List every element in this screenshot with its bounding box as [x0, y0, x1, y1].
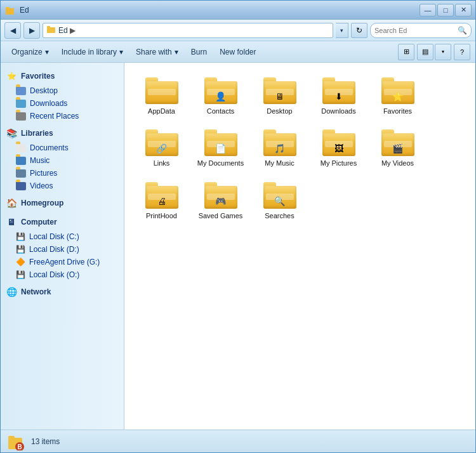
include-library-arrow: ▾	[119, 48, 123, 56]
folder-overlay-icon: 🔍	[274, 196, 285, 206]
file-item-my-pictures[interactable]: 🖼 My Pictures	[312, 125, 366, 172]
new-folder-button[interactable]: New folder	[214, 44, 261, 60]
sidebar-item-videos[interactable]: Videos	[1, 180, 124, 192]
folder-icon: 🎮	[204, 182, 237, 209]
sidebar-item-downloads[interactable]: Downloads	[1, 97, 124, 110]
sidebar-item-local-c[interactable]: 💾 Local Disk (C:)	[1, 230, 124, 243]
folder-icon: 🎵	[263, 129, 296, 156]
sidebar-local-d-label: Local Disk (D:)	[29, 245, 79, 254]
file-item-my-music[interactable]: 🎵 My Music	[253, 125, 307, 172]
sidebar-item-documents[interactable]: Documents	[1, 141, 124, 154]
svg-rect-4	[47, 26, 50, 29]
sidebar-libraries-header[interactable]: 📚 Libraries	[1, 125, 124, 141]
sidebar-local-c-label: Local Disk (C:)	[29, 232, 79, 241]
file-item-links[interactable]: 🔗 Links	[135, 125, 188, 172]
share-with-label: Share with	[136, 48, 172, 56]
folder-icon: 🖥	[263, 77, 296, 104]
sidebar-item-pictures[interactable]: Pictures	[1, 167, 124, 180]
sidebar-item-local-o[interactable]: 💾 Local Disk (O:)	[1, 268, 124, 281]
sidebar-music-label: Music	[30, 156, 50, 165]
search-input[interactable]	[374, 27, 455, 34]
share-with-arrow: ▾	[175, 48, 178, 56]
file-item-contacts[interactable]: 👤 Contacts	[194, 73, 248, 120]
folder-overlay-icon: ⭐	[392, 91, 403, 102]
close-button[interactable]: ✕	[455, 4, 472, 16]
address-bar: ◀ ▶ Ed ▶ ▾ ↻ 🔍	[1, 20, 475, 41]
sidebar-item-desktop[interactable]: Desktop	[1, 84, 124, 97]
file-area: AppData 👤 Contacts 🖥 Desktop ⬇ Downloads…	[124, 63, 475, 430]
file-item-saved-games[interactable]: 🎮 Saved Games	[194, 178, 248, 225]
file-item-downloads[interactable]: ⬇ Downloads	[312, 73, 366, 120]
sidebar-documents-label: Documents	[30, 143, 69, 152]
sidebar-downloads-label: Downloads	[30, 99, 67, 108]
file-item-my-videos[interactable]: 🎬 My Videos	[371, 125, 425, 172]
path-icon	[47, 25, 56, 35]
search-box[interactable]: 🔍	[370, 23, 472, 38]
videos-folder-icon	[16, 182, 26, 190]
svg-text:B: B	[17, 443, 22, 450]
sidebar-homegroup-header[interactable]: 🏠 Homegroup	[1, 195, 124, 211]
sidebar-item-recent-places[interactable]: Recent Places	[1, 110, 124, 122]
forward-button[interactable]: ▶	[23, 22, 40, 39]
organize-button[interactable]: Organize ▾	[6, 44, 55, 60]
sidebar-item-freeagent[interactable]: 🔶 FreeAgent Drive (G:)	[1, 256, 124, 268]
network-icon: 🌐	[6, 286, 17, 298]
file-item-favorites[interactable]: ⭐ Favorites	[371, 73, 425, 120]
folder-overlay-icon: 🖨	[157, 196, 166, 206]
folder-overlay-icon: 🎮	[215, 196, 226, 206]
favorites-label: Favorites	[21, 72, 55, 81]
share-with-button[interactable]: Share with ▾	[130, 44, 184, 60]
file-item-my-documents[interactable]: 📄 My Documents	[194, 125, 248, 172]
new-folder-label: New folder	[220, 48, 256, 56]
view-list-button[interactable]: ▤	[417, 44, 433, 60]
sidebar-network-header[interactable]: 🌐 Network	[1, 284, 124, 300]
file-label: My Videos	[381, 159, 414, 167]
sidebar-computer-header[interactable]: 🖥 Computer	[1, 214, 124, 230]
view-toggle-button[interactable]: ⊞	[398, 44, 414, 60]
file-item-printhood[interactable]: 🖨 PrintHood	[135, 178, 188, 225]
downloads-folder-icon	[16, 100, 26, 108]
view-arrow-button[interactable]: ▾	[435, 44, 451, 60]
folder-overlay-icon: 🖼	[334, 143, 343, 154]
folder-overlay-icon: 🎵	[274, 143, 285, 154]
title-controls: — □ ✕	[420, 4, 472, 16]
sidebar-desktop-label: Desktop	[30, 86, 58, 95]
file-item-appdata[interactable]: AppData	[135, 73, 188, 120]
svg-rect-6	[8, 436, 15, 440]
minimize-button[interactable]: —	[420, 4, 436, 16]
back-button[interactable]: ◀	[4, 22, 21, 39]
file-label: Links	[154, 159, 170, 167]
maximize-button[interactable]: □	[437, 4, 454, 16]
folder-overlay-icon: 🖥	[275, 91, 284, 102]
folder-icon: 🖨	[145, 182, 178, 209]
sidebar-favorites-header[interactable]: ⭐ Favorites	[1, 68, 124, 84]
address-path[interactable]: Ed ▶	[43, 23, 333, 38]
address-dropdown-button[interactable]: ▾	[336, 23, 348, 38]
music-folder-icon	[16, 157, 26, 165]
file-label: My Music	[265, 159, 294, 167]
favorites-icon: ⭐	[6, 70, 17, 82]
sidebar-network-section: 🌐 Network	[1, 284, 124, 300]
folder-icon: 📄	[204, 129, 237, 156]
sidebar-videos-label: Videos	[30, 181, 53, 190]
help-button[interactable]: ?	[454, 44, 470, 60]
folder-shine	[148, 89, 176, 95]
file-item-searches[interactable]: 🔍 Searches	[253, 178, 307, 225]
burn-label: Burn	[191, 48, 207, 56]
homegroup-icon: 🏠	[6, 197, 17, 209]
folder-icon: ⬇	[322, 77, 355, 104]
freeagent-icon: 🔶	[16, 258, 25, 266]
window-icon	[4, 4, 16, 16]
libraries-label: Libraries	[21, 129, 53, 138]
explorer-window: Ed — □ ✕ ◀ ▶ Ed ▶ ▾ ↻ 🔍	[0, 0, 476, 453]
sidebar-item-music[interactable]: Music	[1, 154, 124, 167]
include-library-button[interactable]: Include in library ▾	[56, 44, 129, 60]
file-label: My Pictures	[321, 159, 357, 167]
recent-folder-icon	[16, 112, 26, 121]
svg-rect-2	[6, 8, 14, 15]
file-item-desktop[interactable]: 🖥 Desktop	[253, 73, 307, 120]
refresh-button[interactable]: ↻	[351, 23, 367, 38]
burn-button[interactable]: Burn	[185, 44, 213, 60]
sidebar-item-local-d[interactable]: 💾 Local Disk (D:)	[1, 243, 124, 256]
folder-icon: 🔗	[145, 129, 178, 156]
